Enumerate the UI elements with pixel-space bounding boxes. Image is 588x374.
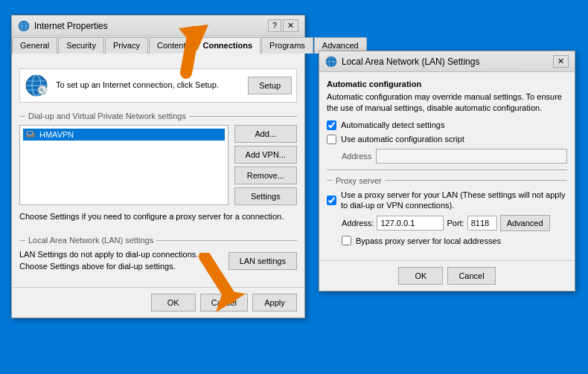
connections-tab-content: 🔧 To set up an Internet connection, clic…: [12, 61, 304, 280]
use-proxy-row: Use a proxy server for your LAN (These s…: [327, 190, 567, 211]
setup-button[interactable]: Setup: [248, 77, 292, 94]
settings-button[interactable]: Settings: [234, 187, 297, 205]
internet-props-title: Internet Properties: [34, 21, 108, 31]
use-proxy-label: Use a proxy server for your LAN (These s…: [341, 190, 567, 211]
lan-settings-title-bar: Local Area Network (LAN) Settings ✕: [319, 51, 575, 72]
use-script-label: Use automatic configuration script: [341, 135, 464, 144]
use-script-row: Use automatic configuration script: [327, 135, 567, 144]
tab-connections[interactable]: Connections: [194, 37, 261, 54]
proxy-info-text: Choose Settings if you need to configure…: [19, 211, 297, 222]
auto-config-section: Automatic configuration Automatic config…: [327, 80, 567, 164]
lan-row: LAN Settings do not apply to dial-up con…: [19, 249, 297, 272]
lan-description: LAN Settings do not apply to dial-up con…: [19, 249, 221, 272]
bypass-label: Bypass proxy server for local addresses: [356, 236, 501, 245]
setup-description: To set up an Internet connection, click …: [56, 80, 240, 91]
close-title-btn[interactable]: ✕: [283, 19, 298, 32]
lan-close-btn[interactable]: ✕: [553, 55, 569, 68]
dialup-section-label: Dial-up and Virtual Private Network sett…: [19, 112, 297, 120]
divider: [327, 170, 567, 170]
lan-settings-button[interactable]: LAN settings: [229, 252, 297, 270]
use-proxy-checkbox[interactable]: [327, 196, 336, 205]
tab-content[interactable]: Content: [149, 37, 194, 54]
proxy-address-label: Address:: [342, 219, 374, 228]
proxy-address-row: Address: Port: Advanced: [327, 215, 567, 231]
vpn-list-container: HMAVPN Add... Add VPN... Remove... Setti…: [19, 125, 297, 205]
lan-section: Local Area Network (LAN) settings LAN Se…: [19, 230, 297, 272]
address-label: Address: [342, 152, 371, 161]
lan-settings-dialog: Local Area Network (LAN) Settings ✕ Auto…: [319, 51, 575, 291]
setup-row: 🔧 To set up an Internet connection, clic…: [19, 68, 297, 103]
add-vpn-button[interactable]: Add VPN...: [234, 146, 297, 164]
auto-config-title: Automatic configuration: [327, 80, 567, 88]
lan-title-left: Local Area Network (LAN) Settings: [325, 56, 479, 68]
tab-privacy[interactable]: Privacy: [105, 37, 148, 54]
lan-icon: [325, 56, 337, 68]
help-title-btn[interactable]: ?: [268, 19, 281, 32]
add-button[interactable]: Add...: [234, 125, 297, 143]
use-script-checkbox[interactable]: [327, 135, 336, 144]
internet-properties-dialog: Internet Properties ? ✕ General Security…: [11, 15, 305, 318]
vpn-list: HMAVPN: [19, 125, 229, 205]
lan-cancel-button[interactable]: Cancel: [447, 267, 495, 285]
lan-settings-title: Local Area Network (LAN) Settings: [342, 57, 479, 67]
svg-rect-14: [28, 132, 32, 135]
tab-security[interactable]: Security: [58, 37, 104, 54]
port-input[interactable]: [467, 216, 497, 230]
dialup-section: Dial-up and Virtual Private Network sett…: [19, 112, 297, 222]
svg-text:🔧: 🔧: [39, 87, 46, 94]
auto-detect-row: Automatically detect settings: [327, 120, 567, 130]
proxy-server-header: Proxy server: [327, 176, 567, 185]
script-address-row: Address: [327, 149, 567, 164]
tab-programs[interactable]: Programs: [261, 37, 313, 54]
lan-section-label: Local Area Network (LAN) settings: [19, 236, 297, 245]
internet-props-body: General Security Privacy Content Connect…: [12, 36, 304, 317]
internet-props-footer: OK Cancel Apply: [12, 287, 304, 317]
lan-settings-body: Automatic configuration Automatic config…: [319, 72, 575, 253]
globe-icon: 🔧: [25, 74, 48, 97]
remove-button[interactable]: Remove...: [234, 167, 297, 184]
address-input[interactable]: [376, 149, 567, 164]
ok-button[interactable]: OK: [151, 294, 196, 312]
cancel-button[interactable]: Cancel: [200, 294, 248, 312]
advanced-button[interactable]: Advanced: [500, 215, 550, 231]
auto-detect-checkbox[interactable]: [327, 120, 336, 130]
auto-config-text: Automatic configuration may override man…: [327, 91, 567, 115]
lan-settings-footer: OK Cancel: [319, 260, 575, 291]
internet-props-icon: [18, 20, 30, 32]
bypass-checkbox[interactable]: [342, 236, 351, 245]
vpn-list-item[interactable]: HMAVPN: [23, 129, 225, 141]
internet-props-title-bar: Internet Properties ? ✕: [12, 16, 304, 36]
lan-title-controls: ✕: [553, 55, 569, 68]
title-bar-left: Internet Properties: [18, 20, 108, 32]
auto-detect-label: Automatically detect settings: [341, 120, 444, 129]
tab-general[interactable]: General: [12, 37, 57, 54]
lan-ok-button[interactable]: OK: [398, 267, 443, 285]
vpn-buttons: Add... Add VPN... Remove... Settings: [234, 125, 297, 205]
tabs-container: General Security Privacy Content Connect…: [12, 36, 304, 54]
port-label: Port:: [447, 219, 464, 228]
apply-button[interactable]: Apply: [252, 294, 297, 312]
proxy-server-section: Proxy server Use a proxy server for your…: [327, 176, 567, 246]
title-controls: ? ✕: [268, 19, 298, 32]
proxy-address-input[interactable]: [377, 216, 444, 230]
bypass-row: Bypass proxy server for local addresses: [327, 236, 567, 245]
